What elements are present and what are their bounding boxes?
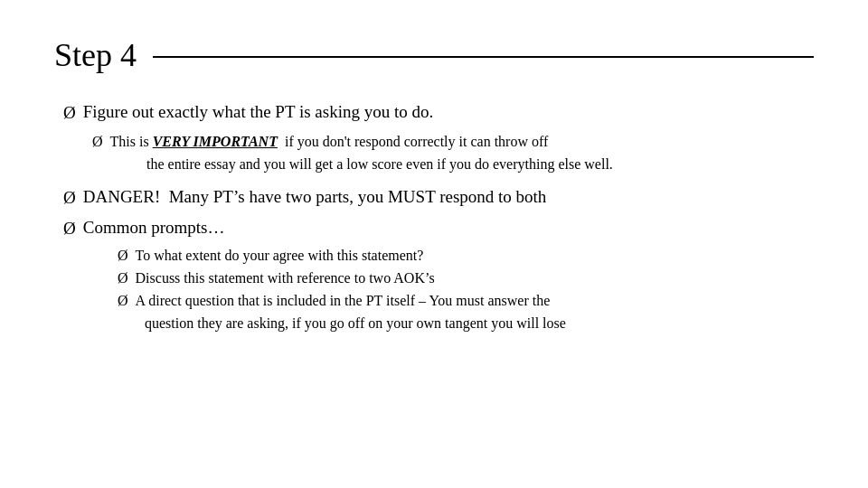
arrow-icon-3: Ø	[63, 216, 76, 241]
arrow-icon-3s3: Ø	[118, 290, 128, 312]
header-row: Step 4	[54, 36, 814, 74]
arrow-icon-1s1: Ø	[92, 131, 103, 153]
step-title: Step 4	[54, 36, 137, 74]
bullet-1-sub-group: Ø This is VERY IMPORTANT if you don't re…	[63, 131, 814, 175]
content-area: Ø Figure out exactly what the PT is aski…	[54, 99, 814, 334]
arrow-icon-1: Ø	[63, 100, 76, 126]
bullet-3-sub-1-text: To what extent do your agree with this s…	[136, 245, 424, 267]
bullet-2: Ø DANGER! Many PT’s have two parts, you …	[63, 184, 814, 211]
bullet-3-sub-2: Ø Discuss this statement with reference …	[118, 267, 814, 289]
arrow-icon-3s1: Ø	[118, 245, 128, 267]
header-divider	[153, 56, 814, 58]
bullet-3-sub-2-text: Discuss this statement with reference to…	[136, 267, 435, 289]
bullet-3-sub-3-text: A direct question that is included in th…	[136, 290, 551, 312]
bullet-3-sub-group: Ø To what extent do your agree with this…	[63, 245, 814, 334]
bullet-3-sub-3-continuation: question they are asking, if you go off …	[118, 313, 814, 334]
bullet-3: Ø Common prompts…	[63, 215, 814, 241]
slide-container: Step 4 Ø Figure out exactly what the PT …	[0, 0, 868, 488]
bullet-3-text: Common prompts…	[83, 215, 225, 240]
bullet-1: Ø Figure out exactly what the PT is aski…	[63, 99, 814, 126]
bullet-1-sub-1-continuation: the entire essay and you will get a low …	[92, 154, 814, 175]
bullet-1-sub-1-text: This is VERY IMPORTANT if you don't resp…	[110, 131, 549, 153]
arrow-icon-3s2: Ø	[118, 267, 128, 289]
arrow-icon-2: Ø	[63, 185, 76, 211]
bullet-1-text: Figure out exactly what the PT is asking…	[83, 99, 434, 125]
very-important-text: VERY IMPORTANT	[153, 134, 278, 149]
bullet-3-sub-3: Ø A direct question that is included in …	[118, 290, 814, 312]
bullet-1-sub-1: Ø This is VERY IMPORTANT if you don't re…	[92, 131, 814, 153]
bullet-3-sub-1: Ø To what extent do your agree with this…	[118, 245, 814, 267]
bullet-2-text: DANGER! Many PT’s have two parts, you MU…	[83, 184, 547, 210]
